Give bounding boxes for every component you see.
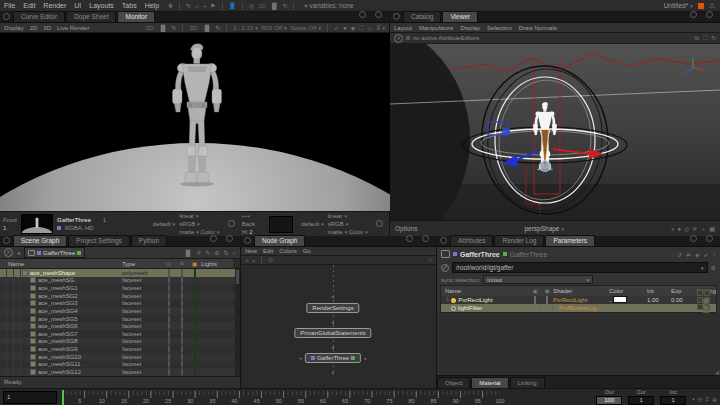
monitor-menu-item[interactable]: 2D <box>30 25 38 31</box>
step-back-icon[interactable]: ≡ <box>705 396 709 403</box>
refresh-3d-icon[interactable]: ↻ <box>215 25 220 31</box>
visibility-toggle[interactable] <box>168 368 170 376</box>
front-options-icon[interactable] <box>228 220 235 227</box>
light-shader[interactable]: PxrRectLight <box>553 297 609 303</box>
panel-split-icon[interactable] <box>690 11 697 18</box>
panel-menu-icon[interactable] <box>375 11 382 18</box>
gaffer-bottom-tab[interactable]: Linking <box>510 377 545 388</box>
viewer-tab[interactable]: Viewer <box>442 11 478 22</box>
edit-flag-icon[interactable] <box>351 356 355 360</box>
panel-menu-icon[interactable] <box>706 11 713 18</box>
menu-item[interactable]: Layouts <box>85 2 118 9</box>
node-gafferthree[interactable]: GafferThree <box>305 353 361 363</box>
loop-mode-icon[interactable]: ▪ <box>692 396 694 403</box>
root-location-field[interactable]: /root/world/lgt/gaffer ▾ <box>452 262 708 273</box>
sync-icon[interactable]: ⇄ <box>686 251 691 258</box>
scene-graph-row[interactable]: ace_meshSG2 faceset <box>0 292 240 300</box>
compare-icon[interactable]: ◇ <box>367 25 372 31</box>
edit-flag-icon[interactable] <box>503 252 507 256</box>
node-graph-menu-item[interactable]: New <box>245 248 257 254</box>
column-exp[interactable]: Exp <box>671 288 697 294</box>
repeat-icon[interactable]: ⟳ <box>697 396 702 403</box>
back-channel-dropdown[interactable]: Color <box>349 229 368 235</box>
column-lights[interactable]: Lights <box>201 261 233 267</box>
scene-graph-row[interactable]: ace_meshSG5 faceset <box>0 315 240 323</box>
working-set-toggle[interactable] <box>194 322 196 330</box>
scene-graph-row[interactable]: ace_meshSG6 faceset <box>0 322 240 330</box>
dot-icon[interactable]: ● <box>343 25 347 31</box>
scene-graph-row[interactable]: ace_meshSG9 faceset <box>0 345 240 353</box>
move-tool-icon[interactable]: ✥ <box>168 3 173 9</box>
light-filter-row[interactable]: lightFilter PxrBlockerLig... <box>441 304 716 312</box>
menu-item[interactable]: File <box>0 2 19 9</box>
parameters-tab[interactable]: Attributes <box>450 235 493 246</box>
pause-icon[interactable]: ▐▌ <box>270 3 279 9</box>
column-int[interactable]: Int <box>647 288 671 294</box>
visibility-toggle[interactable] <box>168 284 170 292</box>
clear-editors-icon[interactable]: ✕ <box>394 34 403 43</box>
scene-graph-row[interactable]: ace_meshSG10 faceset <box>0 353 240 361</box>
gaffer-bottom-tab[interactable]: Object <box>437 377 470 388</box>
node-graph-menu-item[interactable]: Edit <box>263 248 273 254</box>
no-edit-icon[interactable] <box>441 264 449 272</box>
scrollbar[interactable] <box>235 269 240 376</box>
search-icon[interactable]: ⌕ <box>713 251 716 258</box>
lock-icon[interactable]: ◈ <box>695 251 700 258</box>
menu-item[interactable]: Tabs <box>118 2 141 9</box>
menu-item[interactable]: Help <box>141 2 163 9</box>
back-matte-dropdown[interactable]: matte <box>328 229 348 235</box>
expand-collapse-icon[interactable]: ⇅ <box>224 250 229 256</box>
scene-graph-row[interactable]: ace_meshSG4 faceset <box>0 307 240 315</box>
menu-item[interactable]: UI <box>70 2 85 9</box>
view-node-icon[interactable]: ⊙ <box>268 257 273 263</box>
viewer-menu-item[interactable]: Selection <box>487 25 512 31</box>
camera-selector[interactable]: perspShape <box>417 225 671 232</box>
monitor-menu-item[interactable]: 3D <box>43 25 51 31</box>
mute-checkbox[interactable] <box>540 304 542 312</box>
expand-icon[interactable]: ⛶ <box>359 25 363 31</box>
pause-icon[interactable]: ▐▌ <box>184 250 193 256</box>
scene-graph-tab[interactable]: Python <box>131 235 167 246</box>
light-exposure[interactable]: 0.00 <box>671 297 697 303</box>
timeline-ruler[interactable]: 5101520253035404550556065707580859095100 <box>62 390 500 405</box>
column-color[interactable]: Color <box>609 288 647 294</box>
back-display-dropdown[interactable]: sRGB <box>328 221 349 227</box>
panel-pin-icon[interactable] <box>440 237 447 244</box>
mute-column-icon[interactable]: ◉ <box>529 288 541 294</box>
column-type[interactable]: Type <box>122 261 162 267</box>
panel-menu-icon[interactable] <box>706 235 713 242</box>
node-graph-canvas[interactable]: ▼ RenderSettings ▼ PrmanGlobalStatements… <box>241 265 436 388</box>
viewer-menu-item[interactable]: Layout <box>394 25 412 31</box>
sync-selection-select[interactable]: in/out <box>483 275 593 284</box>
swipe-dropdown[interactable]: Swipe Off <box>291 25 321 31</box>
panel-pin-icon[interactable] <box>3 237 10 244</box>
panel-split-icon[interactable] <box>690 235 697 242</box>
viewer-menu-item[interactable]: Draw Normals <box>519 25 557 31</box>
parameters-tab[interactable]: Parameters <box>545 235 595 246</box>
refresh-icon[interactable]: ↻ <box>186 3 191 9</box>
home-icon[interactable]: ⌂ <box>195 3 199 9</box>
panel-split-icon[interactable] <box>210 235 217 242</box>
branch-icon[interactable]: ⤷ <box>203 3 206 9</box>
view-flag-icon[interactable] <box>311 356 315 360</box>
working-set-toggle[interactable] <box>194 345 196 353</box>
nav-up-icon[interactable]: ▵ <box>252 257 255 263</box>
out-frame-field[interactable]: 100 <box>596 396 622 405</box>
scene-graph-row[interactable]: ace_meshShape polymesh <box>0 269 240 277</box>
edit-icon[interactable]: ✎ <box>205 250 210 256</box>
zoom-ratio-dropdown[interactable]: 1 : 2.10 <box>233 25 258 31</box>
render-working-set-icon[interactable]: ▣ <box>188 261 201 267</box>
grid-icon[interactable]: ▦ <box>709 226 715 232</box>
loop-icon[interactable]: ↻ <box>282 3 287 9</box>
document-title-dropdown[interactable]: Untitled* <box>664 2 693 9</box>
gaffer-bottom-tab[interactable]: Material <box>471 377 508 388</box>
reload-icon[interactable]: ↻ <box>711 35 716 41</box>
liverender-toggle[interactable] <box>181 284 183 292</box>
working-set-toggle[interactable] <box>194 368 196 376</box>
scene-graph-row[interactable]: ace_meshSG1 faceset <box>0 284 240 292</box>
liverender-toggle[interactable] <box>181 322 183 330</box>
column-shader[interactable]: Shader <box>553 288 609 294</box>
camera-lock-icon[interactable]: ◎ <box>684 226 689 232</box>
step-forward-icon[interactable]: ⊕ <box>712 396 717 403</box>
liverender-toggle[interactable] <box>181 345 183 353</box>
